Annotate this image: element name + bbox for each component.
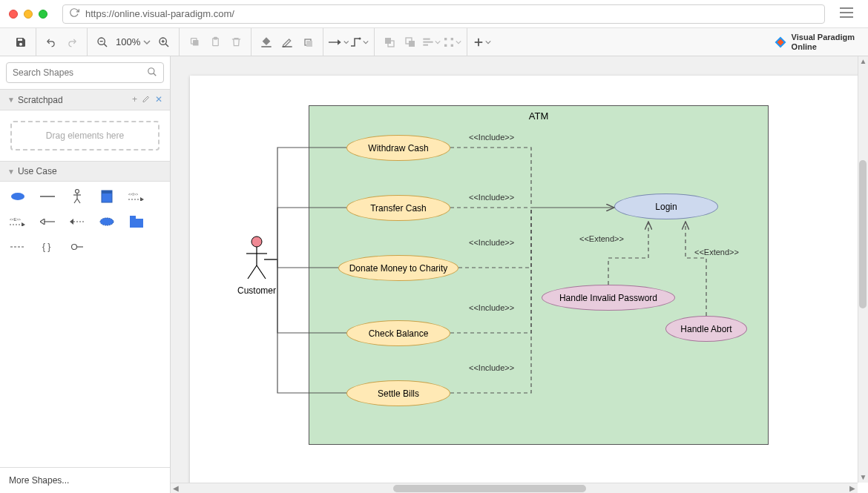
usecase-settle-bills[interactable]: Settle Bills — [346, 380, 450, 406]
scratchpad-edit-icon[interactable] — [142, 94, 151, 105]
distribute-button[interactable] — [441, 32, 462, 53]
scroll-thumb-h[interactable] — [393, 485, 586, 492]
include-label-3: <<Include>> — [469, 238, 514, 247]
svg-rect-14 — [262, 46, 272, 47]
extend-label-1: <<Extend>> — [579, 234, 624, 243]
minimize-window-button[interactable] — [24, 10, 33, 19]
svg-point-33 — [148, 67, 154, 73]
browser-bar: https://online.visual-paradigm.com/ — [0, 0, 868, 28]
shape-association[interactable] — [39, 189, 56, 204]
svg-rect-1 — [840, 12, 853, 13]
delete-button[interactable] — [226, 32, 246, 53]
shadow-button[interactable] — [297, 32, 318, 53]
sidebar: ▼ Scratchpad + ✕ Drag elements here ▼ Us… — [0, 56, 171, 493]
svg-rect-24 — [423, 38, 430, 39]
shape-dependency[interactable] — [9, 239, 27, 254]
scroll-left-icon[interactable]: ◀ — [171, 483, 181, 493]
maximize-window-button[interactable] — [39, 10, 47, 19]
search-shapes-field[interactable] — [6, 62, 164, 83]
shape-collaboration[interactable] — [98, 214, 116, 229]
svg-point-55 — [72, 245, 77, 250]
align-button[interactable] — [421, 32, 441, 53]
paste-button[interactable] — [205, 32, 226, 53]
fill-color-button[interactable] — [256, 32, 277, 53]
zoom-out-button[interactable] — [92, 32, 113, 53]
svg-rect-28 — [450, 38, 453, 40]
zoom-level[interactable]: 100% — [113, 36, 154, 47]
svg-rect-30 — [450, 44, 453, 46]
to-back-button[interactable] — [400, 32, 421, 53]
svg-rect-10 — [193, 40, 199, 46]
shape-palette: <<I>> <<E>> { } — [0, 182, 170, 262]
more-shapes-button[interactable]: More Shapes... — [0, 467, 170, 493]
close-window-button[interactable] — [9, 10, 18, 19]
scroll-down-icon[interactable]: ▼ — [858, 472, 868, 483]
include-label-4: <<Include>> — [469, 303, 514, 312]
scroll-thumb-v[interactable] — [859, 160, 867, 308]
scratchpad-dropzone[interactable]: Drag elements here — [10, 121, 160, 150]
zoom-in-button[interactable] — [154, 32, 174, 53]
add-button[interactable] — [472, 32, 493, 53]
include-label-5: <<Include>> — [469, 363, 514, 372]
connection-style-button[interactable] — [328, 32, 349, 53]
usecase-panel-header[interactable]: ▼ Use Case — [0, 161, 170, 182]
usecase-handle-abort[interactable]: Handle Abort — [665, 316, 747, 342]
brand-text: Visual ParadigmOnline — [792, 33, 855, 50]
usecase-check-balance[interactable]: Check Balance — [346, 320, 450, 346]
copy-button[interactable] — [184, 32, 205, 53]
brand-logo[interactable]: Visual ParadigmOnline — [766, 33, 862, 50]
shape-usecase-ellipse[interactable] — [9, 189, 27, 204]
svg-point-57 — [251, 236, 262, 247]
scratchpad-header[interactable]: ▼ Scratchpad + ✕ — [0, 89, 170, 110]
actor-label: Customer — [237, 285, 276, 296]
shape-generalization[interactable] — [39, 214, 56, 229]
horizontal-scrollbar[interactable]: ◀ ▶ — [171, 483, 858, 493]
scratchpad-close-icon[interactable]: ✕ — [155, 94, 162, 105]
usecase-donate-charity[interactable]: Donate Money to Charity — [338, 255, 458, 281]
usecase-login[interactable]: Login — [614, 193, 718, 219]
shape-extend[interactable]: <<E>> — [9, 214, 27, 229]
usecase-withdraw-cash[interactable]: Withdraw Cash — [346, 135, 450, 161]
svg-rect-17 — [306, 41, 312, 47]
diagram-canvas[interactable]: ATM Customer Withdraw Cash Transfer Cash… — [190, 76, 868, 493]
svg-line-4 — [104, 44, 107, 47]
usecase-transfer-cash[interactable]: Transfer Cash — [346, 195, 450, 221]
actor-customer[interactable]: Customer — [237, 236, 276, 296]
scratchpad-add-icon[interactable]: + — [132, 94, 137, 105]
shape-interface[interactable] — [68, 239, 86, 254]
redo-button[interactable] — [62, 32, 82, 53]
canvas-area[interactable]: ATM Customer Withdraw Cash Transfer Cash… — [171, 56, 868, 493]
collapse-icon: ▼ — [7, 168, 15, 176]
vertical-scrollbar[interactable]: ▲ ▼ — [858, 56, 868, 483]
undo-button[interactable] — [41, 32, 62, 53]
scratchpad-title: Scratchpad — [18, 95, 63, 105]
svg-rect-27 — [444, 38, 447, 40]
svg-rect-51 — [130, 216, 136, 219]
stroke-color-button[interactable] — [277, 32, 297, 53]
save-button[interactable] — [10, 32, 31, 53]
shape-realization[interactable] — [68, 214, 86, 229]
shape-include[interactable]: <<I>> — [128, 189, 145, 204]
shape-package[interactable] — [128, 214, 145, 229]
svg-rect-29 — [444, 44, 447, 46]
reload-icon[interactable] — [69, 7, 79, 20]
search-input[interactable] — [13, 67, 147, 78]
scroll-up-icon[interactable]: ▲ — [858, 56, 868, 67]
extend-label-2: <<Extend>> — [694, 248, 739, 257]
svg-point-50 — [100, 218, 114, 225]
svg-line-34 — [154, 73, 157, 76]
svg-line-40 — [74, 199, 77, 203]
search-icon[interactable] — [147, 67, 157, 79]
main-toolbar: 100% — [0, 28, 868, 56]
scroll-right-icon[interactable]: ▶ — [847, 483, 858, 493]
url-bar[interactable]: https://online.visual-paradigm.com/ — [62, 4, 825, 24]
shape-system[interactable] — [98, 189, 116, 204]
waypoint-style-button[interactable] — [349, 32, 369, 53]
menu-button[interactable] — [834, 3, 859, 24]
shape-actor[interactable] — [68, 189, 86, 204]
collapse-icon: ▼ — [7, 96, 15, 104]
shape-constraint[interactable]: { } — [39, 239, 56, 254]
usecase-handle-invalid-password[interactable]: Handle Invalid Password — [542, 285, 675, 311]
include-label-2: <<Include>> — [469, 193, 514, 202]
to-front-button[interactable] — [379, 32, 400, 53]
